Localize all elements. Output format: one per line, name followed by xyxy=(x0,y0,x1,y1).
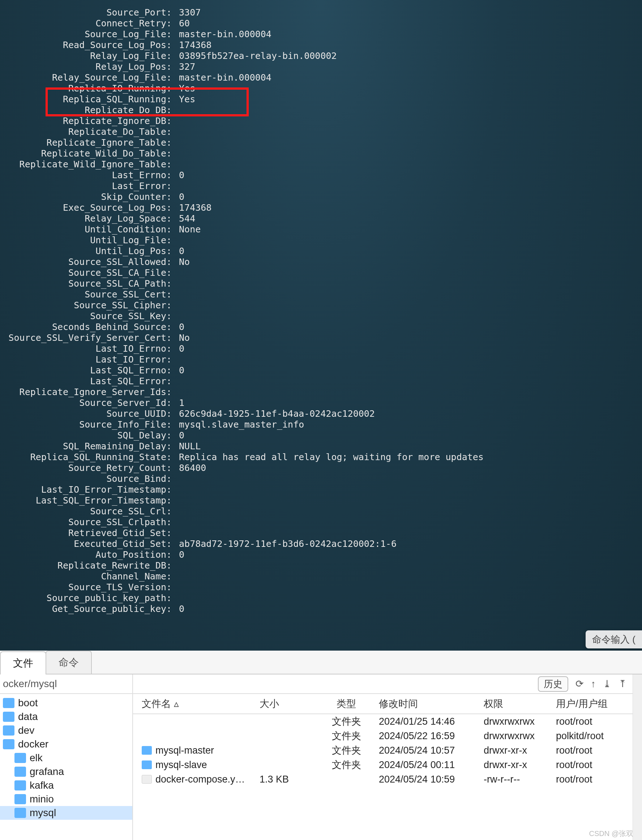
status-value: mysql.slave_master_info xyxy=(173,419,642,430)
status-value: master-bin.000004 xyxy=(173,72,642,83)
status-row: Exec_Source_Log_Pos: 174368 xyxy=(0,202,642,213)
status-label: Get_Source_public_key xyxy=(0,604,166,615)
status-row: Replica_SQL_Running_State: Replica has r… xyxy=(0,452,642,463)
col-perm[interactable]: 权限 xyxy=(484,697,556,710)
status-label: Source_Bind xyxy=(0,474,166,484)
status-value xyxy=(173,116,642,126)
status-label: Replica_SQL_Running_State xyxy=(0,452,166,463)
status-row: Source_TLS_Version: xyxy=(0,582,642,593)
file-perm: drwxr-xr-x xyxy=(484,745,556,756)
command-input-hint[interactable]: 命令输入 ( xyxy=(585,630,642,649)
folder-icon xyxy=(15,753,26,763)
status-row: Source_SSL_Key: xyxy=(0,311,642,322)
upload-icon[interactable]: ⤒ xyxy=(619,678,627,689)
terminal-output[interactable]: Source_Port: 3307Connect_Retry: 60Source… xyxy=(0,0,642,651)
status-value: NULL xyxy=(173,441,642,452)
status-label: Source_SSL_CA_File xyxy=(0,267,166,278)
status-row: Channel_Name: xyxy=(0,571,642,582)
status-value: 327 xyxy=(173,62,642,72)
status-label: Replicate_Do_DB xyxy=(0,105,166,116)
up-icon[interactable]: ↑ xyxy=(591,678,596,689)
col-mtime[interactable]: 修改时间 xyxy=(379,697,484,710)
status-value: 0 xyxy=(173,322,642,333)
status-label: Replicate_Do_Table xyxy=(0,126,166,138)
status-row: Source_Info_File: mysql.slave_master_inf… xyxy=(0,419,642,430)
tree-item[interactable]: elk xyxy=(0,751,132,765)
status-label: Replicate_Ignore_Table xyxy=(0,138,166,148)
status-label: Replica_IO_Running xyxy=(0,83,166,94)
status-value xyxy=(173,300,642,311)
status-row: Source_Server_Id: 1 xyxy=(0,398,642,408)
tree-item-label: elk xyxy=(30,752,43,764)
status-row: Auto_Position: 0 xyxy=(0,549,642,560)
tree-item[interactable]: kafka xyxy=(0,778,132,792)
file-list-body[interactable]: 文件夹2024/01/25 14:46drwxrwxrwxroot/root文件… xyxy=(133,714,632,787)
status-label: Source_Retry_Count xyxy=(0,463,166,474)
status-value xyxy=(173,354,642,365)
col-owner[interactable]: 用户/用户组 xyxy=(556,697,632,710)
refresh-icon[interactable]: ⟳ xyxy=(576,678,584,689)
folder-icon xyxy=(3,712,15,722)
folder-tree-panel: bootdatadevdockerelkgrafanakafkaminiomys… xyxy=(0,675,133,840)
download-icon[interactable]: ⤓ xyxy=(603,678,611,689)
tree-item[interactable]: data xyxy=(0,710,132,723)
status-label: Seconds_Behind_Source xyxy=(0,322,166,333)
status-label: Last_IO_Error_Timestamp xyxy=(0,484,166,495)
status-value: 626c9da4-1925-11ef-b4aa-0242ac120002 xyxy=(173,408,642,419)
col-type[interactable]: 类型 xyxy=(314,697,379,710)
table-row[interactable]: docker-compose.y…1.3 KB2024/05/24 10:59-… xyxy=(133,772,632,787)
col-name[interactable]: 文件名 xyxy=(142,698,171,709)
status-label: Source_Port xyxy=(0,7,166,18)
tree-item[interactable]: grafana xyxy=(0,765,132,778)
status-value xyxy=(173,582,642,593)
status-value: 0 xyxy=(173,549,642,560)
status-label: Relay_Source_Log_File xyxy=(0,72,166,83)
status-value xyxy=(173,278,642,289)
status-value xyxy=(173,235,642,246)
history-button[interactable]: 历史 xyxy=(538,676,568,692)
status-value xyxy=(173,126,642,138)
status-row: Get_Source_public_key: 0 xyxy=(0,604,642,615)
table-row[interactable]: mysql-slave文件夹2024/05/24 00:11drwxr-xr-x… xyxy=(133,757,632,772)
status-row: Until_Condition: None xyxy=(0,224,642,235)
tree-item[interactable]: boot xyxy=(0,696,132,710)
status-value xyxy=(173,387,642,398)
file-owner: root/root xyxy=(556,716,632,727)
tree-item[interactable]: dev xyxy=(0,723,132,737)
file-perm: -rw-r--r-- xyxy=(484,774,556,785)
file-mtime: 2024/05/24 00:11 xyxy=(379,759,484,770)
status-value: 0 xyxy=(173,604,642,615)
tab-file[interactable]: 文件 xyxy=(0,651,46,675)
status-label: SQL_Remaining_Delay xyxy=(0,441,166,452)
status-row: Last_SQL_Error: xyxy=(0,376,642,387)
tree-item[interactable]: docker xyxy=(0,737,132,751)
file-size: 1.3 KB xyxy=(259,774,314,785)
folder-tree[interactable]: bootdatadevdockerelkgrafanakafkaminiomys… xyxy=(0,694,132,840)
table-row[interactable]: 文件夹2024/01/25 14:46drwxrwxrwxroot/root xyxy=(133,714,632,729)
status-value xyxy=(173,376,642,387)
status-value xyxy=(173,267,642,278)
tree-scrollbar[interactable] xyxy=(632,675,642,840)
file-list-toolbar: 历史 ⟳ ↑ ⤓ ⤒ xyxy=(133,675,632,694)
status-row: Executed_Gtid_Set: ab78ad72-1972-11ef-b3… xyxy=(0,539,642,549)
status-label: Replica_SQL_Running xyxy=(0,94,166,105)
status-row: Last_Errno: 0 xyxy=(0,170,642,181)
file-type: 文件夹 xyxy=(314,729,379,743)
status-value xyxy=(173,105,642,116)
tree-item[interactable]: mysql xyxy=(0,806,132,820)
status-label: Source_SSL_Crl xyxy=(0,506,166,517)
col-size[interactable]: 大小 xyxy=(259,697,314,710)
status-value: Yes xyxy=(173,94,642,105)
status-label: Source_Info_File xyxy=(0,419,166,430)
tab-command[interactable]: 命令 xyxy=(45,651,92,674)
status-value xyxy=(173,289,642,300)
status-label: Replicate_Ignore_DB xyxy=(0,116,166,126)
status-label: Last_IO_Errno xyxy=(0,343,166,354)
table-row[interactable]: mysql-master文件夹2024/05/24 10:57drwxr-xr-… xyxy=(133,743,632,757)
file-mtime: 2024/05/24 10:57 xyxy=(379,745,484,756)
tree-item[interactable]: minio xyxy=(0,792,132,806)
path-input[interactable] xyxy=(3,678,132,689)
status-value: 1 xyxy=(173,398,642,408)
table-row[interactable]: 文件夹2024/05/22 16:59drwxrwxrwxpolkitd/roo… xyxy=(133,729,632,743)
status-value: 60 xyxy=(173,18,642,29)
